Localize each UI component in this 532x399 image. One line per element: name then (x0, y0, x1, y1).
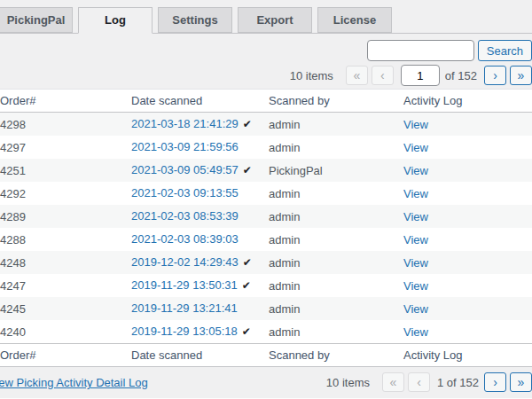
scanned-by: admin (269, 320, 403, 344)
scanned-by: PickingPal (269, 159, 403, 182)
order-number: 4245 (0, 297, 131, 320)
order-number: 4289 (0, 205, 131, 228)
table-footer-row: Order# Date scanned Scanned by Activity … (0, 344, 532, 367)
view-link[interactable]: View (403, 279, 428, 293)
view-link[interactable]: View (403, 302, 428, 316)
date-scanned-link[interactable]: 2021-03-09 21:59:56 (131, 140, 239, 153)
column-header-date: Date scanned (131, 90, 269, 113)
check-icon: ✔ (242, 279, 251, 292)
column-header-order: Order# (0, 90, 131, 113)
view-link[interactable]: View (403, 187, 428, 200)
table-row: 4251 2021-03-09 05:49:57✔ PickingPal Vie… (0, 159, 532, 182)
scanned-by: admin (269, 136, 403, 159)
check-icon: ✔ (243, 118, 252, 130)
check-icon: ✔ (242, 325, 251, 338)
column-header-activity-log: Activity Log (403, 90, 532, 113)
scanned-by: admin (269, 274, 403, 297)
table-row: 4297 2021-03-09 21:59:56 admin View (0, 136, 532, 159)
view-link[interactable]: View (403, 164, 428, 177)
scanned-by: admin (269, 205, 403, 228)
next-page-icon[interactable]: › (484, 66, 506, 85)
tab-export[interactable]: Export (238, 7, 312, 33)
prev-page-icon[interactable]: ‹ (372, 66, 394, 85)
last-page-icon[interactable]: » (510, 372, 532, 392)
nav-tab-bar: PickingPal Log Settings Export License (0, 0, 532, 34)
tab-license[interactable]: License (317, 7, 392, 33)
table-row: 4247 2019-11-29 13:50:31✔ admin View (0, 274, 532, 297)
table-row: 4289 2021-02-03 08:53:39 admin View (0, 205, 532, 228)
order-number: 4247 (0, 274, 131, 297)
table-row: 4298 2021-03-18 21:41:29✔ admin View (0, 113, 532, 137)
date-scanned-link[interactable]: 2019-11-29 13:50:31 (131, 278, 238, 292)
column-footer-activity-log: Activity Log (403, 344, 532, 367)
column-header-scanned-by: Scanned by (269, 90, 403, 113)
bottom-pagination: 10 items « ‹ 1 of 152 › » (326, 372, 532, 392)
date-scanned-link[interactable]: 2019-12-02 14:29:43 (131, 255, 239, 269)
check-icon: ✔ (243, 256, 252, 269)
table-header-row: Order# Date scanned Scanned by Activity … (0, 90, 532, 113)
tab-settings[interactable]: Settings (158, 7, 232, 33)
date-scanned-link[interactable]: 2021-03-09 05:49:57 (131, 163, 239, 176)
tab-pickingpal[interactable]: PickingPal (0, 7, 73, 33)
page-position-label: 1 of 152 (437, 376, 479, 389)
order-number: 4298 (0, 113, 131, 137)
date-scanned-link[interactable]: 2019-11-29 13:05:18 (131, 325, 238, 338)
next-page-icon[interactable]: › (484, 372, 506, 392)
view-link[interactable]: View (403, 210, 428, 223)
last-page-icon[interactable]: » (510, 66, 532, 85)
scanned-by: admin (269, 251, 403, 274)
date-scanned-link[interactable]: 2021-02-03 08:53:39 (131, 209, 239, 223)
items-count-label: 10 items (326, 376, 370, 389)
column-footer-scanned-by: Scanned by (269, 344, 403, 367)
log-table: Order# Date scanned Scanned by Activity … (0, 89, 532, 367)
date-scanned-link[interactable]: 2021-02-03 08:39:03 (131, 232, 239, 246)
prev-page-icon[interactable]: ‹ (408, 372, 430, 392)
order-number: 4251 (0, 159, 131, 182)
order-number: 4240 (0, 320, 131, 344)
column-footer-date: Date scanned (131, 344, 269, 367)
date-scanned-link[interactable]: 2021-03-18 21:41:29 (131, 117, 239, 130)
column-footer-order: Order# (0, 344, 131, 367)
bottom-tablenav: View Picking Activity Detail Log 10 item… (0, 367, 532, 398)
scanned-by: admin (269, 113, 403, 137)
view-link[interactable]: View (403, 256, 428, 270)
current-page-input[interactable] (401, 65, 440, 86)
order-number: 4292 (0, 182, 131, 205)
scanned-by: admin (269, 228, 403, 251)
toolbar: Search 10 items « ‹ of 152 › » (0, 34, 532, 89)
view-link[interactable]: View (403, 141, 428, 154)
view-link[interactable]: View (403, 233, 428, 246)
total-pages-label: of 152 (445, 69, 477, 82)
order-number: 4288 (0, 228, 131, 251)
order-number: 4248 (0, 251, 131, 274)
check-icon: ✔ (243, 164, 252, 176)
search-button[interactable]: Search (478, 40, 532, 61)
table-row: 4292 2021-02-03 09:13:55 admin View (0, 182, 532, 205)
first-page-icon[interactable]: « (346, 66, 368, 85)
top-pagination: 10 items « ‹ of 152 › » (290, 65, 532, 86)
items-count-label: 10 items (290, 69, 333, 82)
view-link[interactable]: View (403, 118, 428, 131)
picking-activity-detail-log-link[interactable]: View Picking Activity Detail Log (0, 376, 148, 389)
date-scanned-link[interactable]: 2019-11-29 13:21:41 (131, 301, 238, 315)
search-input[interactable] (367, 40, 474, 61)
tab-log[interactable]: Log (78, 7, 153, 34)
search-row: Search (367, 40, 532, 61)
table-row: 4288 2021-02-03 08:39:03 admin View (0, 228, 532, 251)
table-row: 4240 2019-11-29 13:05:18✔ admin View (0, 320, 532, 344)
table-row: 4248 2019-12-02 14:29:43✔ admin View (0, 251, 532, 274)
table-row: 4245 2019-11-29 13:21:41 admin View (0, 297, 532, 320)
scanned-by: admin (269, 182, 403, 205)
first-page-icon[interactable]: « (382, 372, 404, 392)
date-scanned-link[interactable]: 2021-02-03 09:13:55 (131, 186, 239, 200)
scanned-by: admin (269, 297, 403, 320)
order-number: 4297 (0, 136, 131, 159)
view-link[interactable]: View (403, 325, 428, 339)
